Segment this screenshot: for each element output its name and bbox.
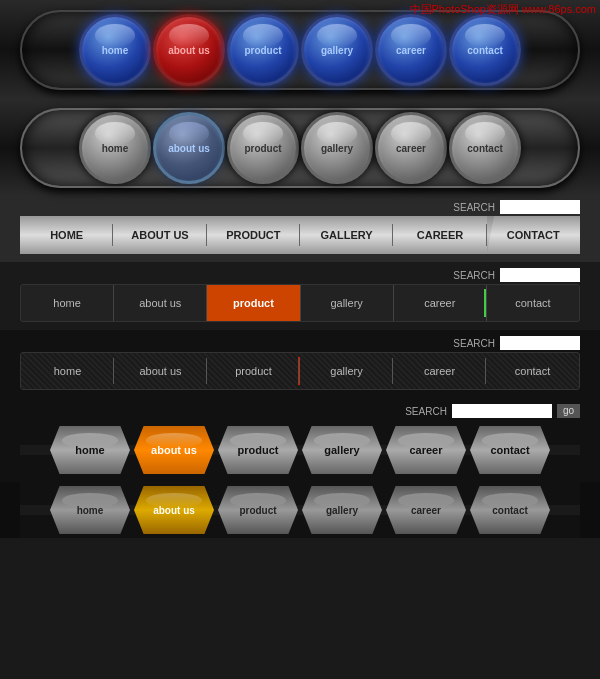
nav1-item-gallery[interactable]: gallery [301,14,373,86]
nav7-item-contact[interactable]: contact [470,486,550,534]
nav3-container: SEARCH HOME ABOUT US PRODUCT GALLERY CAR… [0,196,600,262]
nav3-item-contact[interactable]: CONTACT [487,216,580,254]
nav1-item-product[interactable]: product [227,14,299,86]
nav3-bar: HOME ABOUT US PRODUCT GALLERY CAREER CON… [20,216,580,254]
nav4-container: SEARCH home about us product gallery car… [0,262,600,330]
nav6-bar: home about us product gallery career con… [20,422,580,478]
nav4-search-input[interactable] [500,268,580,282]
nav4-career-green-line [484,289,486,318]
nav6-search-input[interactable] [452,404,552,418]
nav1-item-aboutus[interactable]: about us [153,14,225,86]
nav3-search-input[interactable] [500,200,580,214]
nav6-item-career[interactable]: career [386,426,466,474]
nav4-bar: home about us product gallery career con… [20,284,580,322]
nav7-bar: home about us product gallery career con… [20,482,580,538]
nav5-container: SEARCH home about us product gallery car… [0,330,600,398]
nav6-search-row: SEARCH go [20,398,580,422]
nav1-item-home[interactable]: home [79,14,151,86]
nav2-bar: home about us product gallery career con… [20,108,580,188]
nav1-bar: home about us product gallery career con… [20,10,580,90]
nav6-item-contact[interactable]: contact [470,426,550,474]
nav1-item-career[interactable]: career [375,14,447,86]
nav5-item-gallery[interactable]: gallery [300,353,393,389]
watermark: 中国PhotoShop资源网 www.86ps.com [410,2,596,17]
nav4-item-product[interactable]: product [207,285,300,321]
nav2-item-product[interactable]: product [227,112,299,184]
nav4-item-contact[interactable]: contact [487,285,579,321]
nav5-item-product[interactable]: product [207,353,300,389]
nav5-search-label: SEARCH [453,338,495,349]
nav7-item-aboutus[interactable]: about us [134,486,214,534]
nav6-item-home[interactable]: home [50,426,130,474]
nav2-item-career[interactable]: career [375,112,447,184]
nav5-item-home[interactable]: home [21,353,114,389]
nav5-bar: home about us product gallery career con… [20,352,580,390]
nav2-item-home[interactable]: home [79,112,151,184]
nav7-item-home[interactable]: home [50,486,130,534]
nav5-search-row: SEARCH [20,330,580,352]
nav1-item-contact[interactable]: contact [449,14,521,86]
nav6-item-product[interactable]: product [218,426,298,474]
nav2-item-aboutus[interactable]: about us [153,112,225,184]
nav2-item-gallery[interactable]: gallery [301,112,373,184]
nav5-item-aboutus[interactable]: about us [114,353,207,389]
nav6-item-gallery[interactable]: gallery [302,426,382,474]
nav7-item-career[interactable]: career [386,486,466,534]
nav3-item-home[interactable]: HOME [20,216,113,254]
nav5-item-career[interactable]: career [393,353,486,389]
nav6-search-label: SEARCH [405,406,447,417]
nav4-item-career[interactable]: career [394,285,487,321]
nav7-container: home about us product gallery career con… [0,482,600,538]
nav4-search-label: SEARCH [453,270,495,281]
nav6-go-button[interactable]: go [557,404,580,418]
nav4-item-gallery[interactable]: gallery [301,285,394,321]
nav4-search-row: SEARCH [20,262,580,284]
nav3-search-label: SEARCH [453,202,495,213]
nav7-item-product[interactable]: product [218,486,298,534]
nav4-item-aboutus[interactable]: about us [114,285,207,321]
nav2-container: home about us product gallery career con… [0,100,600,196]
nav3-item-aboutus[interactable]: ABOUT US [113,216,206,254]
nav3-item-product[interactable]: PRODUCT [207,216,300,254]
nav4-item-home[interactable]: home [21,285,114,321]
nav3-search-row: SEARCH [20,196,580,216]
nav3-item-career[interactable]: CAREER [393,216,486,254]
nav7-item-gallery[interactable]: gallery [302,486,382,534]
nav6-container: SEARCH go home about us product gallery … [0,398,600,482]
nav5-item-contact[interactable]: contact [486,353,579,389]
nav3-item-gallery[interactable]: GALLERY [300,216,393,254]
nav2-item-contact[interactable]: contact [449,112,521,184]
nav6-item-aboutus[interactable]: about us [134,426,214,474]
nav5-search-input[interactable] [500,336,580,350]
